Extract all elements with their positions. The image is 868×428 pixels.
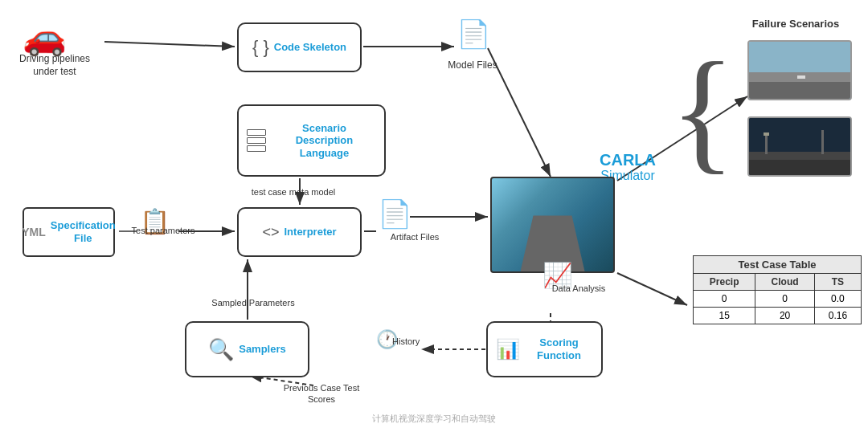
table-row: 0 0 0.0 — [694, 291, 862, 308]
code-skeleton-label: Code Skeleton — [274, 41, 346, 54]
svg-rect-24 — [765, 134, 768, 154]
arrows-svg — [0, 0, 868, 428]
xml-file-icon: 📄 — [378, 198, 411, 230]
failure-scene-2-svg — [749, 118, 852, 177]
table-header-precip: Precip — [694, 274, 755, 291]
samplers-icon: 🔍 — [208, 337, 234, 362]
table-header-cloud: Cloud — [755, 274, 814, 291]
yml-icon: YML — [22, 226, 46, 238]
code-braces-icon: { } — [252, 37, 269, 58]
table-cell: 0 — [755, 291, 814, 308]
failure-scenarios-label: Failure Scenarios — [751, 18, 840, 30]
test-case-meta-model-label: test case meta model — [245, 186, 342, 198]
svg-line-10 — [617, 273, 687, 305]
table-header-ts: TS — [814, 274, 861, 291]
spec-file-label: Specification File — [51, 219, 116, 244]
table-cell: 0.16 — [814, 308, 861, 324]
svg-rect-20 — [797, 75, 805, 79]
svg-rect-25 — [764, 132, 769, 136]
failure-scene-1-svg — [749, 42, 852, 100]
svg-rect-26 — [821, 130, 824, 154]
interpreter-label: Interpreter — [285, 226, 337, 238]
sdl-box: Scenario Description Language — [237, 104, 386, 177]
interpreter-box: <> Interpreter — [237, 207, 362, 257]
sdl-label: Scenario Description Language — [272, 122, 376, 160]
test-params-label: Test parameters — [131, 225, 195, 236]
history-label: History — [392, 336, 457, 347]
scoring-function-label: Scoring Function — [525, 336, 593, 361]
table-cell: 0 — [694, 291, 755, 308]
scoring-icon: 📊 — [496, 338, 520, 361]
carla-label: CARLA — [583, 151, 672, 169]
previous-scores-label: Previous Case Test Scores — [269, 382, 374, 406]
watermark: 计算机视觉深度学习和自动驾驶 — [372, 413, 496, 425]
driving-pipelines-label: Driving pipelines under test — [14, 53, 95, 78]
code-chevron-icon: <> — [262, 224, 279, 241]
svg-line-2 — [104, 42, 235, 47]
code-skeleton-box: { } Code Skeleton — [237, 22, 362, 72]
table-row: 15 20 0.16 — [694, 308, 862, 324]
car-icon: 🚗 — [23, 16, 67, 58]
curly-brace-icon: { — [669, 42, 735, 178]
table-title: Test Case Table — [694, 256, 862, 274]
python-file-icon: 📄 — [457, 18, 490, 50]
samplers-label: Samplers — [239, 343, 286, 356]
samplers-box: 🔍 Samplers — [185, 321, 309, 377]
failure-image-1 — [747, 40, 852, 100]
specification-file-box: YML Specification File — [23, 207, 115, 257]
table-cell: 20 — [755, 308, 814, 324]
table-cell: 0.0 — [814, 291, 861, 308]
failure-image-2 — [747, 116, 852, 177]
sdl-pages-icon — [247, 129, 266, 152]
simulation-image — [490, 177, 615, 273]
model-files-label: Model Files — [440, 59, 505, 71]
artifact-files-label: Artifact Files — [383, 231, 447, 243]
table-cell: 15 — [694, 308, 755, 324]
test-case-table: Test Case Table Precip Cloud TS 0 0 0.0 … — [693, 255, 862, 324]
road-scene — [492, 178, 613, 271]
diagram-container: 🚗 Driving pipelines under test { } Code … — [0, 0, 868, 428]
sampled-params-label: Sampled Parameters — [209, 297, 297, 308]
data-analysis-label: Data Analysis — [547, 283, 611, 294]
svg-rect-23 — [749, 152, 852, 160]
scoring-function-box: 📊 Scoring Function — [486, 321, 603, 377]
